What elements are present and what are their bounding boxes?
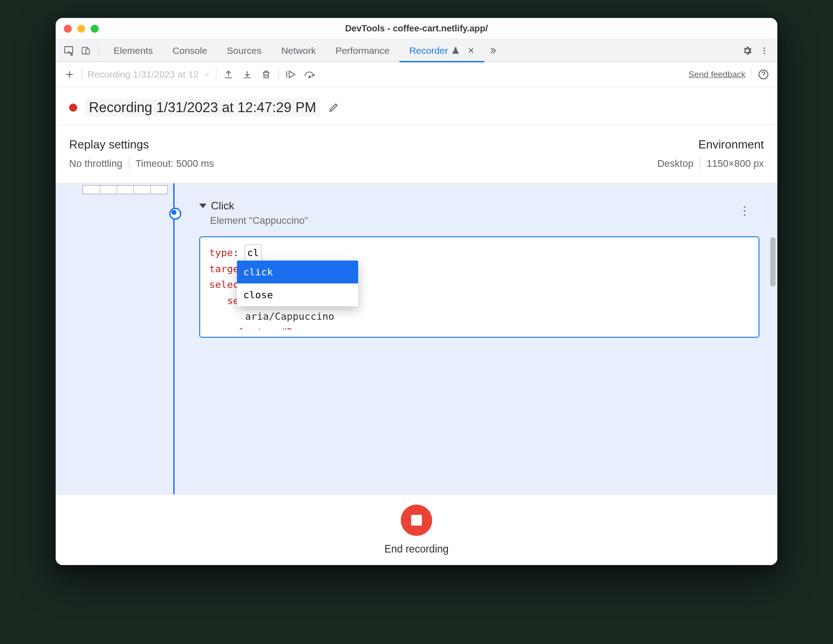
type-key: type [209, 247, 233, 258]
device-toggle-icon[interactable] [77, 42, 94, 59]
settings-icon[interactable] [739, 42, 756, 59]
replay-icon[interactable] [284, 68, 298, 81]
export-icon[interactable] [222, 68, 235, 81]
viewport-value[interactable]: 1150×800 px [706, 158, 764, 170]
minimize-window-button[interactable] [77, 25, 85, 33]
edit-title-icon[interactable] [328, 102, 339, 113]
separator [82, 68, 82, 81]
step-detail-editor[interactable]: type: cl target select selector #1: aria… [199, 236, 759, 338]
titlebar: DevTools - coffee-cart.netlify.app/ [56, 18, 777, 39]
chevron-down-icon [203, 71, 210, 78]
kebab-menu-icon[interactable] [756, 42, 773, 59]
expand-icon[interactable] [199, 204, 206, 208]
scrollbar-thumb[interactable] [770, 237, 776, 287]
replay-settings-heading: Replay settings [69, 138, 214, 152]
close-tab-icon[interactable]: ✕ [468, 46, 474, 56]
device-value[interactable]: Desktop [657, 158, 693, 170]
separator [278, 68, 279, 81]
selector1-value[interactable]: aria/Cappuccino [245, 311, 334, 322]
step-title: Click [211, 200, 234, 212]
end-recording-button[interactable] [401, 505, 432, 536]
autocomplete-dropdown: click close [237, 261, 358, 306]
delete-icon[interactable] [259, 68, 273, 81]
recording-select-label: Recording 1/31/2023 at 12 [88, 69, 199, 80]
svg-point-4 [763, 50, 765, 51]
more-tabs-icon[interactable] [484, 42, 501, 59]
tab-elements[interactable]: Elements [104, 39, 163, 62]
flask-icon [452, 47, 460, 55]
settings-row: Replay settings No throttling Timeout: 5… [56, 125, 777, 183]
tab-sources[interactable]: Sources [217, 39, 272, 62]
svg-rect-2 [86, 49, 89, 54]
tab-console[interactable]: Console [163, 39, 217, 62]
svg-point-5 [763, 52, 765, 54]
timeline-line [173, 183, 175, 494]
autocomplete-option[interactable]: click [237, 261, 358, 283]
recording-select[interactable]: Recording 1/31/2023 at 12 [88, 69, 210, 80]
timeout-value[interactable]: Timeout: 5000 ms [136, 158, 214, 170]
import-icon[interactable] [241, 68, 254, 81]
svg-point-6 [309, 76, 311, 78]
window-controls [64, 25, 99, 33]
autocomplete-option[interactable]: close [237, 283, 358, 306]
environment-settings: Environment Desktop 1150×800 px [657, 138, 764, 170]
tab-recorder[interactable]: Recorder ✕ [399, 39, 484, 62]
devtools-tabs: Elements Console Sources Network Perform… [56, 39, 777, 62]
end-recording-label: End recording [384, 543, 448, 555]
help-icon[interactable] [757, 68, 770, 81]
svg-point-3 [763, 47, 765, 48]
tab-performance[interactable]: Performance [326, 39, 399, 62]
maximize-window-button[interactable] [91, 25, 99, 33]
stop-icon [411, 515, 422, 526]
separator [99, 45, 99, 57]
step-timeline-area: ⋮ Click Element "Cappuccino" type: cl ta… [56, 183, 777, 494]
step-over-icon[interactable] [303, 68, 316, 81]
tab-recorder-label: Recorder [409, 45, 448, 56]
replay-settings: Replay settings No throttling Timeout: 5… [69, 138, 214, 170]
step-card[interactable]: Click Element "Cappuccino" type: cl targ… [199, 200, 759, 338]
type-input[interactable]: cl [245, 244, 262, 261]
inspect-icon[interactable] [60, 42, 77, 59]
separator [216, 68, 216, 81]
throttling-value[interactable]: No throttling [69, 158, 123, 170]
separator [751, 68, 751, 81]
recording-title[interactable]: Recording 1/31/2023 at 12:47:29 PM [85, 99, 320, 117]
separator [700, 158, 700, 170]
selector2-key: selector #2: [227, 326, 298, 330]
screenshot-thumbnails[interactable] [83, 185, 168, 194]
recorder-toolbar: Recording 1/31/2023 at 12 Send feedback [56, 62, 777, 87]
recording-header: Recording 1/31/2023 at 12:47:29 PM [56, 87, 777, 125]
send-feedback-link[interactable]: Send feedback [688, 70, 745, 79]
recorder-footer: End recording [56, 494, 777, 565]
separator [129, 158, 129, 170]
new-recording-icon[interactable] [63, 68, 76, 81]
devtools-window: DevTools - coffee-cart.netlify.app/ Elem… [56, 18, 777, 565]
window-title: DevTools - coffee-cart.netlify.app/ [56, 23, 777, 34]
step-subtitle: Element "Cappuccino" [210, 215, 759, 226]
recording-indicator-icon [69, 104, 77, 112]
environment-heading: Environment [698, 138, 764, 152]
close-window-button[interactable] [64, 25, 72, 33]
step-header[interactable]: Click [199, 200, 759, 212]
tab-network[interactable]: Network [272, 39, 326, 62]
